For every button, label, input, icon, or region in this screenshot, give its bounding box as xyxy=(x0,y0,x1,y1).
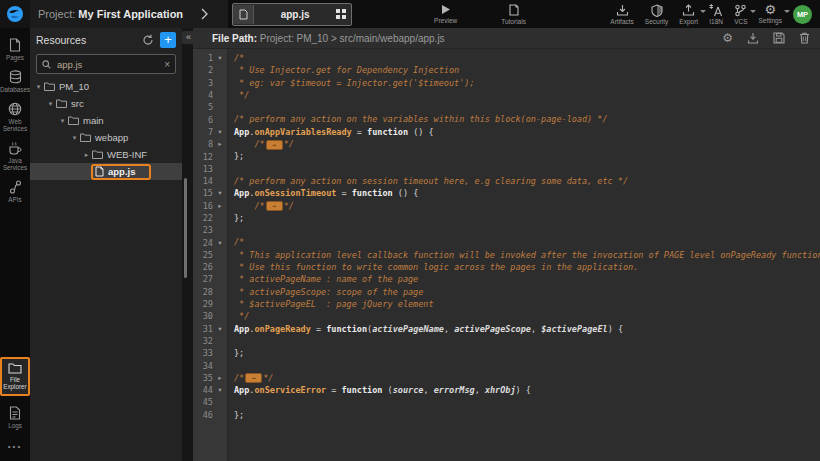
code-text[interactable]: * This application level callback functi… xyxy=(227,249,820,261)
code-text[interactable]: */ xyxy=(227,310,820,322)
code-text[interactable]: /*↔*/ xyxy=(227,200,820,212)
sidebar-item-web-services[interactable]: Web Services xyxy=(0,98,30,137)
sidebar-item-logs[interactable]: Logs xyxy=(0,402,30,434)
fold-open-icon[interactable]: ▾ xyxy=(213,189,227,197)
code-text[interactable]: /* xyxy=(227,236,820,248)
fold-closed-icon[interactable]: ▸ xyxy=(213,140,227,148)
api-connector-icon xyxy=(9,180,22,194)
code-text[interactable]: * activePageScope: scope of the page xyxy=(227,286,820,298)
sidebar-item-pages[interactable]: Pages xyxy=(0,34,30,66)
translate-icon xyxy=(709,4,723,17)
code-text[interactable]: * $activePageEL : page jQuery element xyxy=(227,298,820,310)
resource-search[interactable]: × xyxy=(36,54,176,74)
code-text[interactable]: /* perform any action on session timeout… xyxy=(227,175,820,187)
line-number: 23 xyxy=(193,225,213,235)
code-text[interactable]: }; xyxy=(227,150,820,162)
clear-search-icon[interactable]: × xyxy=(164,59,170,70)
code-line: 31▾App.onPageReady = function(activePage… xyxy=(193,323,820,335)
folder-icon xyxy=(68,116,79,125)
tree-item-pm-10[interactable]: ▾PM_10 xyxy=(30,78,182,95)
vcs-button[interactable]: VCS xyxy=(734,4,747,25)
fold-open-icon[interactable]: ▾ xyxy=(213,128,227,136)
tree-item-src[interactable]: ▾src xyxy=(30,95,182,112)
fold-open-icon[interactable]: ▾ xyxy=(213,239,227,247)
download-file-icon[interactable] xyxy=(747,32,759,44)
code-line: 13 xyxy=(193,163,820,175)
fold-open-icon[interactable]: ▾ xyxy=(213,325,227,333)
code-text[interactable]: /*↔*/ xyxy=(227,372,820,384)
tutorials-button[interactable]: Tutorials xyxy=(501,4,526,25)
grid-menu-icon[interactable] xyxy=(336,9,346,19)
code-text[interactable]: * Use Injector.get for Dependency Inject… xyxy=(227,64,820,76)
tree-item-label: app.js xyxy=(108,166,135,177)
preview-button[interactable]: Preview xyxy=(434,4,457,24)
folded-code-badge-icon[interactable]: ↔ xyxy=(245,373,262,383)
code-line: 2 * Use Injector.get for Dependency Inje… xyxy=(193,64,820,76)
add-resource-button[interactable]: + xyxy=(160,32,176,48)
fold-open-icon[interactable]: ▾ xyxy=(213,54,227,62)
code-editor: File Path: Project: PM_10 > src/main/web… xyxy=(193,28,820,461)
code-text[interactable]: App.onPageReady = function(activePageNam… xyxy=(227,323,820,335)
delete-file-icon[interactable] xyxy=(799,32,810,44)
i18n-button[interactable]: I18N xyxy=(709,4,723,25)
file-path-label: File Path: xyxy=(212,33,257,44)
tree-item-webapp[interactable]: ▾webapp xyxy=(30,129,182,146)
app-logo-icon[interactable] xyxy=(0,0,30,28)
settings-button[interactable]: ⚙ Settings xyxy=(759,4,783,24)
code-text[interactable]: * Use this function to write common logi… xyxy=(227,261,820,273)
folded-code-badge-icon[interactable]: ↔ xyxy=(266,140,283,150)
code-text[interactable]: }; xyxy=(227,347,820,359)
caret-down-icon[interactable]: ▾ xyxy=(34,83,43,91)
tree-item-main[interactable]: ▾main xyxy=(30,112,182,129)
code-text[interactable]: /* xyxy=(227,52,820,64)
fold-open-icon[interactable]: ▾ xyxy=(213,386,227,394)
code-line: 6/* perform any action on the variables … xyxy=(193,113,820,125)
more-options-icon[interactable]: ••• xyxy=(8,434,22,461)
sidebar-item-java-services[interactable]: Java Services xyxy=(0,137,30,176)
vcs-label: VCS xyxy=(734,18,747,25)
open-file-tab[interactable]: app.js xyxy=(232,3,352,26)
code-text[interactable]: */ xyxy=(227,89,820,101)
code-text[interactable]: /*↔*/ xyxy=(227,138,820,150)
code-area[interactable]: 1▾/*2 * Use Injector.get for Dependency … xyxy=(193,49,820,461)
search-input[interactable] xyxy=(55,58,160,71)
sidebar-item-databases[interactable]: Databases xyxy=(0,66,30,98)
security-button[interactable]: Security xyxy=(645,4,668,25)
sidebar-item-file-explorer[interactable]: File Explorer xyxy=(0,357,30,396)
code-text[interactable]: App.onSessionTimeout = function () { xyxy=(227,187,820,199)
export-button[interactable]: Export xyxy=(679,4,698,25)
fold-closed-icon[interactable]: ▸ xyxy=(213,374,227,382)
caret-down-icon[interactable]: ▾ xyxy=(58,117,67,125)
code-text[interactable]: App.onAppVariablesReady = function () { xyxy=(227,126,820,138)
code-text[interactable]: * eg: var $timeout = Injector.get('$time… xyxy=(227,77,820,89)
code-text[interactable]: }; xyxy=(227,212,820,224)
sidebar-item-apis[interactable]: APIs xyxy=(0,176,30,208)
code-text[interactable]: App.onServiceError = function (source, e… xyxy=(227,384,820,396)
resources-header: Resources + xyxy=(30,28,182,52)
folded-code-badge-icon[interactable]: ↔ xyxy=(266,201,283,211)
code-text[interactable]: }; xyxy=(227,409,820,421)
caret-right-icon[interactable]: ▸ xyxy=(82,151,91,159)
refresh-icon[interactable] xyxy=(142,34,154,46)
artifacts-button[interactable]: Artifacts xyxy=(610,4,633,25)
user-avatar[interactable]: MP xyxy=(793,5,812,24)
caret-down-icon[interactable]: ▾ xyxy=(70,134,79,142)
caret-down-icon[interactable]: ▾ xyxy=(46,100,55,108)
file-icon xyxy=(95,166,104,177)
line-number: 26 xyxy=(193,262,213,272)
project-label: Project: xyxy=(38,8,75,20)
code-text[interactable]: * activePageName : name of the page xyxy=(227,273,820,285)
code-text[interactable]: /* perform any action on the variables w… xyxy=(227,113,820,125)
artifacts-label: Artifacts xyxy=(610,18,633,25)
tree-item-app-js[interactable]: app.js xyxy=(30,163,182,180)
export-upload-icon xyxy=(682,4,695,17)
fold-closed-icon[interactable]: ▸ xyxy=(213,202,227,210)
line-number: 30 xyxy=(193,311,213,321)
save-file-icon[interactable] xyxy=(773,32,785,44)
editor-settings-icon[interactable]: ⚙ xyxy=(722,32,733,44)
tree-item-web-inf[interactable]: ▸WEB-INF xyxy=(30,146,182,163)
resources-scrollbar[interactable] xyxy=(184,178,187,278)
project-name[interactable]: My First Application xyxy=(78,8,183,20)
security-label: Security xyxy=(645,18,668,25)
line-number: 22 xyxy=(193,213,213,223)
